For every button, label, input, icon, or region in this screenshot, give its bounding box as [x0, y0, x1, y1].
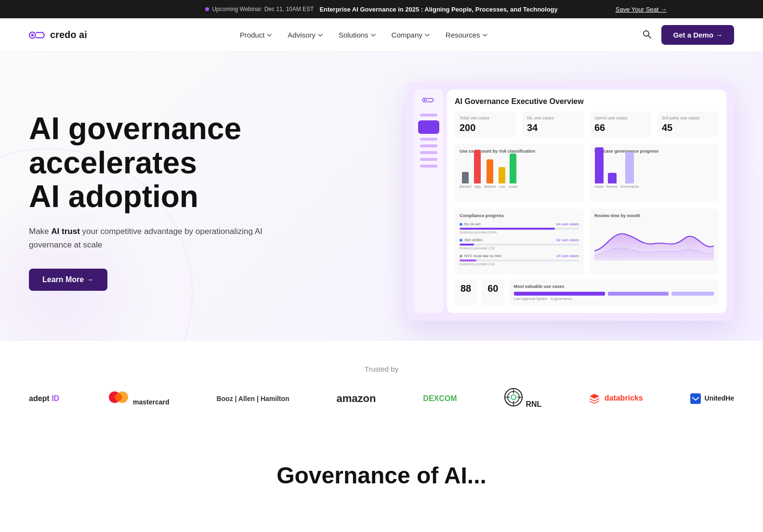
compliance-cases: 32 use cases: [556, 238, 579, 242]
compliance-name: NYC local law no.544: [460, 254, 501, 258]
bar-label: Medium: [484, 185, 496, 188]
nav-company[interactable]: Company: [386, 27, 436, 43]
save-seat-link[interactable]: Save Your Seat →: [616, 6, 667, 13]
bar-rect: [462, 172, 469, 183]
logo[interactable]: credo ai: [29, 29, 87, 41]
bar-label: Banned: [460, 185, 471, 188]
rnl-logo-svg: [504, 388, 523, 407]
hero-subtitle: Make AI trust your competitive advantage…: [29, 225, 279, 251]
svg-point-11: [511, 395, 516, 400]
logos-row: adept ID mastercard Booz | Allen | Hamil…: [29, 388, 734, 409]
bar-label: Intake: [594, 185, 604, 188]
nav-product[interactable]: Product: [234, 27, 278, 43]
bar-rect: [625, 152, 634, 183]
chevron-down-icon: [482, 32, 488, 38]
compliance-cases: 44 use cases: [556, 222, 579, 226]
compliance-dot: [460, 239, 462, 242]
search-button[interactable]: [640, 27, 654, 43]
top-banner: Upcoming Webinar: Dec 11, 10AM EST Enter…: [0, 0, 763, 18]
compliance-progress-fill: [460, 244, 474, 246]
trusted-label: Trusted by: [29, 365, 734, 373]
hero-left: AI governance accelerates AI adoption Ma…: [29, 112, 279, 291]
bar-item: [671, 292, 714, 296]
bottom-teaser: Governance of AI...: [0, 433, 763, 518]
bar-banned: Banned: [460, 172, 471, 188]
compliance-progress-fill: [460, 228, 555, 230]
risk-chart: Use case count by risk classification Ba…: [455, 144, 584, 202]
hero-title: AI governance accelerates AI adoption: [29, 112, 279, 213]
compliance-card: Compliance progress EU AI act 44 use cas…: [455, 208, 584, 274]
bar-label: High: [474, 185, 481, 188]
compliance-header: NYC local law no.544 14 use cases: [460, 254, 579, 258]
logo-icon: [29, 29, 46, 41]
compliance-sub: Evidence provided 35/44: [460, 231, 579, 234]
logo-mastercard: mastercard: [106, 390, 170, 407]
logo-databricks: databricks: [589, 393, 643, 404]
compliance-cases: 14 use cases: [556, 254, 579, 258]
sidebar-nav-item: [420, 138, 437, 141]
bar-rect: [510, 154, 516, 183]
stat-3rdparty: 3rd party use cases 45: [657, 112, 719, 137]
bar-rect: [595, 147, 604, 183]
stat-label: ML use cases: [527, 116, 579, 120]
sidebar-nav-item: [420, 158, 437, 161]
compliance-dot: [460, 255, 462, 258]
bar-item: [608, 292, 669, 296]
bar-item: [514, 292, 605, 296]
logo-united: UnitedHe: [690, 393, 734, 404]
governance-bar-chart: Intake Review Governance: [594, 157, 714, 196]
mastercard-logo-svg: [106, 390, 131, 404]
sidebar-nav-home: [420, 114, 437, 117]
compliance-progress-fill: [460, 260, 476, 261]
compliance-header: ISO 42001 32 use cases: [460, 238, 579, 242]
bar-medium: Medium: [484, 159, 496, 188]
most-valuable-labels: Loan Approval System In-governance: [514, 297, 714, 300]
compliance-progress-bar: [460, 244, 579, 246]
dashboard-main: AI Governance Executive Overview Total u…: [447, 90, 726, 313]
chevron-down-icon: [317, 32, 323, 38]
chevron-down-icon: [370, 32, 376, 38]
bottom-stat-1: 88: [455, 279, 477, 305]
chevron-down-icon: [424, 32, 430, 38]
dashboard-sidebar: [414, 90, 443, 313]
compliance-header: EU AI act 44 use cases: [460, 222, 579, 226]
stat-genai: GenAI use cases 66: [590, 112, 651, 137]
stat-total: Total use cases 200: [455, 112, 516, 137]
logo-amazon: amazon: [337, 392, 376, 405]
bottom-stat-value: 88: [460, 283, 471, 294]
bar-label: Lower: [508, 185, 517, 188]
compliance-name: EU AI act: [460, 222, 480, 226]
bottom-stats-row: 88 60 Most valuable use cases Loan: [455, 279, 719, 305]
sidebar-nav-active: [418, 120, 439, 134]
bar-rect: [499, 167, 505, 183]
learn-more-button[interactable]: Learn More →: [29, 269, 107, 291]
governance-chart-title: Use case governance progress: [594, 149, 714, 154]
svg-point-3: [42, 37, 44, 39]
bar-rect: [608, 173, 617, 183]
most-valuable-card: Most valuable use cases Loan Approval Sy…: [509, 279, 719, 305]
svg-point-1: [31, 34, 34, 36]
gov-bar-governance: Governance: [620, 152, 639, 188]
logo-dexcom: DEXCOM: [423, 394, 457, 403]
main-nav: Product Advisory Solutions Company Resou…: [234, 27, 494, 43]
bar-high: High: [474, 150, 481, 188]
nav-solutions[interactable]: Solutions: [333, 27, 382, 43]
banner-title: Enterprise AI Governance in 2025 : Align…: [319, 6, 557, 13]
sidebar-nav-item: [420, 165, 437, 168]
svg-rect-16: [690, 393, 701, 404]
bottom-stat-2: 60: [482, 279, 504, 305]
nav-advisory[interactable]: Advisory: [282, 27, 329, 43]
review-time-chart: Review time by month: [590, 208, 719, 274]
compliance-section: Compliance progress EU AI act 44 use cas…: [455, 208, 719, 274]
nav-resources[interactable]: Resources: [440, 27, 494, 43]
dashboard-logo: [421, 95, 436, 106]
svg-point-6: [424, 99, 426, 101]
logo-booz-allen: Booz | Allen | Hamilton: [216, 395, 289, 402]
united-icon: [690, 393, 701, 404]
webinar-label: Upcoming Webinar: Dec 11, 10AM EST: [212, 6, 314, 13]
get-demo-button[interactable]: Get a Demo →: [661, 25, 734, 45]
line-chart-svg: [594, 222, 714, 260]
compliance-eu: EU AI act 44 use cases Evidence provided…: [460, 222, 579, 234]
logo-text: credo ai: [50, 29, 87, 40]
svg-point-2: [42, 31, 44, 33]
